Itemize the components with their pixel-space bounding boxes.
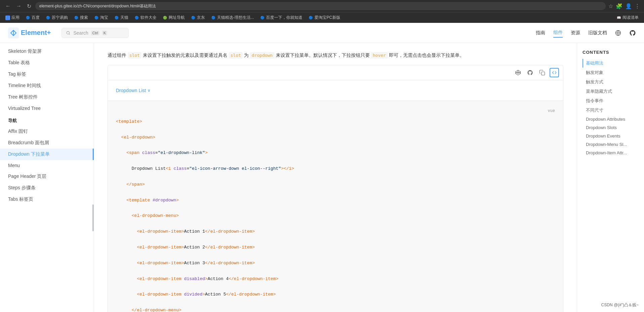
nav-components[interactable]: 组件 (553, 28, 563, 38)
refresh-button[interactable]: ↻ (26, 2, 33, 11)
bookmark-tianmao-label: 天猫 (120, 15, 128, 21)
dropdown-demo-button[interactable]: Dropdown List ∨ (116, 88, 151, 93)
bookmark-apps[interactable]: ⋮⋮ 应用 (3, 13, 22, 22)
sidebar-inner: Skeleton 骨架屏 Table 表格 Tag 标签 Timeline 时间… (0, 43, 94, 208)
bookmarks-bar: ⋮⋮ 应用 🔵 百度 🔵 苏宁易购 🔵 搜索 🔵 淘宝 🔵 天猫 🔵 软件大全 … (0, 12, 644, 23)
bookmark-nav-label: 网址导航 (169, 15, 185, 21)
toc-item-events[interactable]: Dropdown Events (583, 132, 639, 140)
bookmark-taobao-label: 淘宝 (100, 15, 108, 21)
description-text: 通过组件 slot 来设置下拉触发的元素以及需要通过具名 slot 为 drop… (108, 51, 563, 60)
toc-item-trigger-way[interactable]: 触发方式 (583, 78, 639, 86)
bookmark-baidu2[interactable]: 🔵 百度一下，你就知道 (257, 13, 305, 22)
bookmark-readlist-label: 阅读清单 (622, 15, 639, 21)
bookmark-apps-label: 应用 (11, 15, 19, 21)
toc-item-trigger-obj[interactable]: 触发对象 (583, 68, 639, 77)
taobao-icon: 🔵 (94, 15, 99, 20)
bookmark-taobao[interactable]: 🔵 淘宝 (91, 13, 111, 22)
code-toggle-icon[interactable] (550, 68, 559, 77)
github-icon[interactable] (629, 30, 636, 36)
toc-item-sizes[interactable]: 不同尺寸 (583, 106, 639, 115)
sidebar-item-tree[interactable]: Tree 树形控件 (0, 91, 94, 103)
sidebar-item-affix[interactable]: Affix 固钉 (0, 126, 94, 137)
top-nav: Element+ Search Ctrl K 指南 组件 资源 旧版文档 (0, 23, 644, 43)
apps-icon: ⋮⋮ (5, 15, 10, 20)
toc-item-attrs[interactable]: Dropdown Attributes (583, 115, 639, 123)
sidebar-item-skeleton[interactable]: Skeleton 骨架屏 (0, 46, 94, 57)
bookmark-jd[interactable]: 🔵 京东 (188, 13, 208, 22)
extensions-icon[interactable]: 🧩 (616, 3, 622, 9)
sidebar-section-nav: 导航 (0, 114, 94, 126)
code-block: vue <template> <el-dropdown> <span class… (108, 101, 563, 312)
logo[interactable]: Element+ (8, 28, 51, 38)
dropdown-arrow-icon: ∨ (147, 88, 151, 93)
bookmark-suning-label: 苏宁易购 (52, 15, 68, 21)
code-content: <template> <el-dropdown> <span class="el… (116, 118, 555, 312)
tmall-icon: 🔵 (211, 15, 216, 20)
tianmao-icon: 🔵 (114, 15, 119, 20)
csdn-badge: CSDN @(#")凸＆贱~ (601, 302, 639, 308)
bookmark-search-label: 搜索 (80, 15, 88, 21)
address-bar[interactable]: element-plus.gitee.io/zh-CN/component/dr… (35, 2, 606, 10)
forward-button[interactable]: → (15, 2, 23, 10)
nav-resources[interactable]: 资源 (571, 29, 580, 37)
search-kbd2: K (102, 31, 107, 35)
bookmark-aitaobao-label: 爱淘宝PC新版 (314, 15, 340, 21)
aitaobao-icon: 🔵 (308, 15, 313, 20)
toc-item-item-attrs[interactable]: Dropdown-Item Attr... (583, 149, 639, 157)
toc-item-command[interactable]: 指令事件 (583, 96, 639, 105)
logo-text: Element+ (21, 29, 51, 37)
toc-title: CONTENTS (583, 50, 639, 55)
nav-oldver[interactable]: 旧版文档 (588, 29, 607, 37)
search-box[interactable]: Search Ctrl K (61, 28, 129, 38)
sidebar-item-timeline[interactable]: Timeline 时间线 (0, 80, 94, 91)
sidebar-item-tag[interactable]: Tag 标签 (0, 69, 94, 80)
bookmark-aitaobao[interactable]: 🔵 爱淘宝PC新版 (306, 13, 343, 22)
bookmark-tmall[interactable]: 🔵 天猫精选-理想生活... (208, 13, 257, 22)
codepen-icon[interactable] (513, 68, 523, 77)
sidebar-item-vtree[interactable]: Virtualized Tree (0, 103, 94, 114)
sidebar-item-steps[interactable]: Steps 步骤条 (0, 182, 94, 194)
bookmark-baidu[interactable]: 🔵 百度 (23, 13, 42, 22)
bookmark-software[interactable]: 🔵 软件大全 (132, 13, 159, 22)
sidebar-item-breadcrumb[interactable]: Breadcrumb 面包屑 (0, 137, 94, 149)
search-label: Search (73, 30, 88, 36)
search-kbd1: Ctrl (91, 31, 99, 35)
software-icon: 🔵 (134, 15, 139, 20)
logo-icon (8, 28, 19, 38)
dropdown-demo-label: Dropdown List (116, 88, 146, 93)
address-text: element-plus.gitee.io/zh-CN/component/dr… (39, 3, 156, 9)
demo-preview: Dropdown List ∨ (108, 80, 563, 101)
main-content: 通过组件 slot 来设置下拉触发的元素以及需要通过具名 slot 为 drop… (94, 43, 577, 312)
bookmark-tmall-label: 天猫精选-理想生活... (217, 15, 254, 21)
bookmark-tianmao[interactable]: 🔵 天猫 (112, 13, 131, 22)
nav-guide[interactable]: 指南 (536, 29, 545, 37)
back-button[interactable]: ← (4, 2, 12, 10)
star-icon[interactable]: ☆ (608, 3, 613, 9)
translate-icon[interactable] (615, 30, 621, 36)
bookmark-suning[interactable]: 🔵 苏宁易购 (43, 13, 71, 22)
toc-item-menu-slots[interactable]: Dropdown-Menu Sl... (583, 141, 639, 148)
github-demo-icon[interactable] (525, 68, 535, 77)
sidebar-item-pageheader[interactable]: Page Header 页层 (0, 171, 94, 182)
toc-item-basic[interactable]: 基础用法 (583, 59, 639, 68)
toc-item-hide-way[interactable]: 菜单隐藏方式 (583, 87, 639, 96)
sidebar-item-dropdown[interactable]: Dropdown 下拉菜单 (0, 149, 94, 160)
copy-icon[interactable] (538, 68, 547, 77)
sidebar-item-table[interactable]: Table 表格 (0, 57, 94, 69)
suning-icon: 🔵 (46, 15, 50, 20)
nav-links: 指南 组件 资源 旧版文档 (536, 28, 636, 38)
toc-item-slots[interactable]: Dropdown Slots (583, 124, 639, 131)
browser-actions: ☆ 🧩 👤 ⋮ (608, 3, 640, 9)
bookmark-jd-label: 京东 (197, 15, 205, 21)
bookmark-search[interactable]: 🔵 搜索 (71, 13, 91, 22)
profile-icon[interactable]: 👤 (625, 3, 632, 9)
menu-icon[interactable]: ⋮ (635, 3, 640, 9)
bookmark-readlist[interactable]: 📖 阅读清单 (614, 13, 641, 22)
sidebar-scrollbar[interactable] (92, 43, 94, 312)
sidebar-item-tabs[interactable]: Tabs 标签页 (0, 194, 94, 205)
bookmark-nav[interactable]: 🟢 网址导航 (160, 13, 187, 22)
nav-icon: 🟢 (163, 15, 167, 20)
readlist-icon: 📖 (616, 15, 621, 20)
sidebar-item-menu[interactable]: Menu (0, 160, 94, 171)
baidu-icon: 🔵 (26, 15, 30, 20)
